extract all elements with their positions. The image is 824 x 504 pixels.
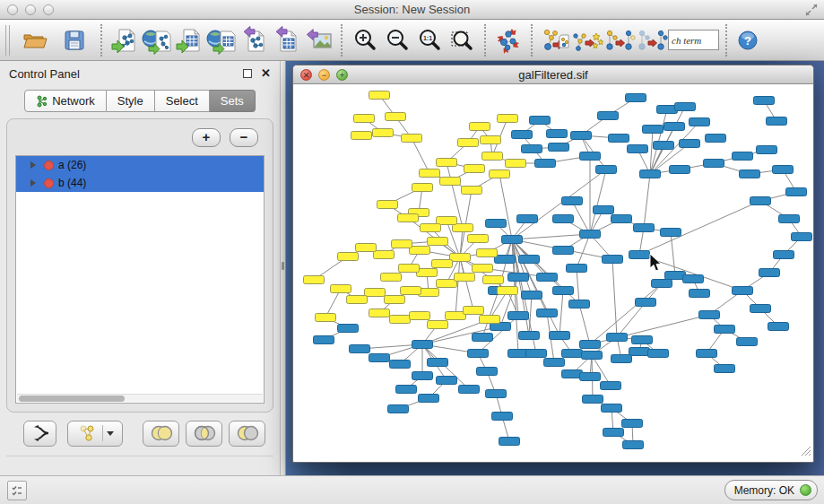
graph-node[interactable]	[480, 316, 500, 324]
resize-grip-icon[interactable]	[799, 444, 811, 460]
graph-node[interactable]	[385, 296, 405, 304]
graph-node[interactable]	[499, 438, 520, 446]
union-button[interactable]	[143, 421, 179, 447]
horizontal-scrollbar[interactable]	[17, 394, 263, 402]
graph-node[interactable]	[473, 265, 493, 273]
graph-node[interactable]	[420, 169, 440, 178]
graph-node[interactable]	[490, 170, 510, 178]
graph-node[interactable]	[547, 130, 568, 138]
graph-node[interactable]	[470, 123, 490, 131]
graph-node[interactable]	[464, 307, 484, 315]
search-input[interactable]	[668, 30, 719, 50]
graph-node[interactable]	[365, 289, 386, 297]
graph-node[interactable]	[767, 117, 787, 126]
graph-node[interactable]	[622, 420, 643, 428]
graph-node[interactable]	[569, 300, 590, 308]
graph-edge[interactable]	[644, 174, 650, 228]
graph-node[interactable]	[351, 132, 372, 140]
graph-node[interactable]	[354, 115, 375, 123]
graph-node[interactable]	[553, 247, 574, 255]
graph-node[interactable]	[498, 287, 518, 295]
graph-edge[interactable]	[577, 234, 590, 268]
import-network-file-button[interactable]	[108, 23, 141, 57]
zoom-in-button[interactable]	[349, 23, 381, 57]
graph-node[interactable]	[338, 325, 359, 333]
intersection-button[interactable]	[186, 421, 222, 447]
graph-node[interactable]	[412, 184, 433, 192]
close-window-button[interactable]	[7, 4, 18, 15]
graph-node[interactable]	[517, 215, 538, 223]
graph-node[interactable]	[733, 152, 753, 161]
zoom-fit-button[interactable]	[446, 23, 478, 57]
graph-node[interactable]	[640, 170, 661, 178]
graph-node[interactable]	[690, 290, 710, 298]
graph-node[interactable]	[601, 382, 621, 390]
graph-node[interactable]	[553, 215, 574, 223]
graph-node[interactable]	[683, 275, 704, 283]
new-network-from-selection-button[interactable]	[539, 23, 571, 57]
graph-node[interactable]	[482, 152, 503, 161]
graph-node[interactable]	[704, 160, 724, 168]
memory-status-button[interactable]: Memory: OK	[724, 480, 818, 500]
graph-node[interactable]	[530, 117, 551, 125]
graph-edge[interactable]	[512, 239, 559, 335]
tab-style[interactable]: Style	[107, 90, 155, 112]
import-table-file-button[interactable]	[173, 23, 205, 57]
graph-node[interactable]	[583, 395, 603, 404]
graph-node[interactable]	[567, 265, 587, 273]
graph-node[interactable]	[468, 235, 489, 243]
graph-node[interactable]	[369, 91, 390, 100]
graph-node[interactable]	[628, 145, 648, 153]
graph-node[interactable]	[481, 136, 501, 144]
difference-button[interactable]	[229, 421, 265, 447]
graph-node[interactable]	[571, 132, 592, 140]
graph-node[interactable]	[603, 429, 624, 437]
network-graph[interactable]	[294, 84, 812, 461]
graph-node[interactable]	[508, 312, 529, 320]
graph-node[interactable]	[636, 299, 656, 307]
graph-node[interactable]	[432, 260, 453, 268]
graph-node[interactable]	[550, 332, 570, 340]
graph-node[interactable]	[390, 316, 411, 324]
add-set-button[interactable]: +	[192, 128, 221, 147]
graph-node[interactable]	[390, 361, 411, 369]
graph-edge[interactable]	[577, 268, 579, 304]
graph-node[interactable]	[750, 197, 771, 205]
scrollbar-thumb[interactable]	[19, 395, 125, 402]
remove-set-button[interactable]: −	[230, 128, 258, 147]
graph-node[interactable]	[338, 253, 359, 261]
graph-node[interactable]	[468, 350, 489, 358]
graph-node[interactable]	[410, 312, 430, 320]
set-row-b[interactable]: b (44)	[16, 174, 264, 192]
apply-layout-button[interactable]	[492, 23, 525, 57]
dropdown-caret-icon[interactable]	[107, 431, 114, 436]
graph-node[interactable]	[697, 350, 717, 358]
minimize-network-button[interactable]: −	[318, 69, 330, 81]
graph-node[interactable]	[774, 251, 794, 259]
copy-network-button[interactable]	[603, 23, 636, 57]
graph-node[interactable]	[519, 332, 540, 340]
graph-node[interactable]	[399, 265, 420, 273]
graph-node[interactable]	[580, 373, 601, 381]
graph-edge[interactable]	[412, 138, 429, 173]
graph-node[interactable]	[603, 256, 623, 264]
task-history-button[interactable]	[7, 481, 27, 500]
graph-node[interactable]	[506, 160, 526, 168]
graph-node[interactable]	[421, 224, 441, 232]
graph-node[interactable]	[437, 377, 457, 385]
graph-node[interactable]	[553, 287, 574, 295]
graph-node[interactable]	[715, 365, 735, 373]
import-network-url-button[interactable]	[141, 23, 173, 57]
graph-node[interactable]	[690, 118, 710, 126]
graph-node[interactable]	[437, 159, 457, 167]
graph-node[interactable]	[596, 166, 617, 174]
graph-node[interactable]	[377, 201, 398, 209]
graph-node[interactable]	[632, 336, 653, 344]
graph-node[interactable]	[664, 123, 685, 131]
graph-node[interactable]	[611, 215, 632, 223]
export-image-button[interactable]	[302, 23, 334, 57]
close-network-button[interactable]: ✕	[300, 69, 312, 81]
graph-node[interactable]	[526, 350, 547, 358]
graph-node[interactable]	[643, 126, 664, 134]
graph-node[interactable]	[792, 233, 812, 241]
